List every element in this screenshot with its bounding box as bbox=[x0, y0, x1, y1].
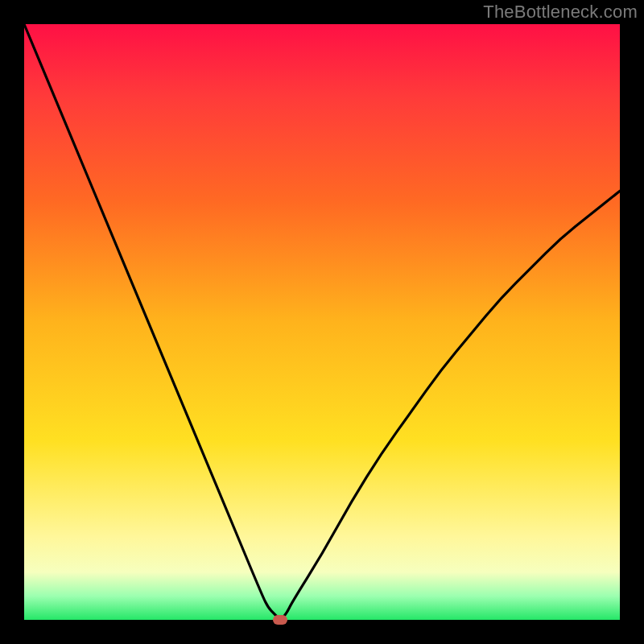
bottleneck-curve bbox=[24, 24, 620, 620]
optimum-marker bbox=[273, 615, 287, 625]
watermark-text: TheBottleneck.com bbox=[483, 2, 638, 23]
chart-stage: TheBottleneck.com bbox=[0, 0, 644, 644]
plot-area bbox=[24, 24, 620, 620]
